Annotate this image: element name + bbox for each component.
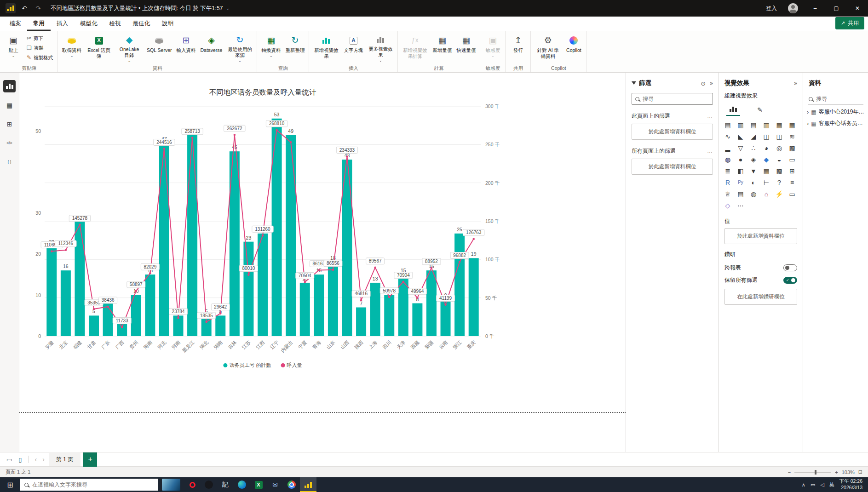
ribbon-button-enter-data[interactable]: ⊞輸入資料: [175, 33, 198, 64]
ribbon-button-text-box[interactable]: A文字方塊: [342, 33, 365, 64]
line-chart-icon[interactable]: ∿: [721, 131, 734, 142]
drillthrough-drop-area[interactable]: 在此處新增鑽研欄位: [724, 289, 797, 305]
get-more-visuals-icon[interactable]: ⋯: [734, 200, 747, 211]
ribbon-button-get-data[interactable]: 取得資料⌄: [60, 33, 83, 64]
sign-in-button[interactable]: 登入: [761, 5, 782, 12]
more-options-icon[interactable]: …: [707, 113, 713, 120]
zoom-in-icon[interactable]: +: [835, 469, 838, 475]
ribbon-button-refresh[interactable]: ↻重新整理: [283, 33, 306, 64]
ribbon-button-dataverse[interactable]: ◈Dataverse: [199, 33, 224, 64]
fit-to-page-icon[interactable]: ⊡: [858, 469, 862, 475]
shape-map-icon[interactable]: ◈: [747, 154, 760, 165]
power-apps-icon[interactable]: ⌂: [760, 188, 773, 200]
slicer-icon[interactable]: ▼: [747, 165, 760, 177]
ribbon-button-more-visuals[interactable]: 更多視覺效果⌄: [366, 33, 395, 64]
new-slicer-icon[interactable]: ⊞: [786, 165, 799, 177]
ribbon-button-recent-sources[interactable]: ↻最近使用的來源⌄: [225, 33, 254, 64]
line-and-clustered-column-chart-icon[interactable]: ◫: [773, 131, 786, 142]
ribbon-tab-home[interactable]: 常用: [27, 17, 51, 31]
pie-chart-icon[interactable]: ◕: [760, 142, 773, 154]
keep-all-filters-toggle[interactable]: ✓: [783, 277, 797, 284]
ribbon-button-onelake-catalog[interactable]: ◆OneLake 目錄⌄: [115, 33, 144, 64]
treemap-icon[interactable]: ▩: [786, 142, 799, 154]
gauge-icon[interactable]: ◒: [773, 154, 786, 165]
data-view-icon[interactable]: ▦: [3, 99, 16, 111]
matrix-icon[interactable]: ▩: [773, 165, 786, 177]
ribbon-tab-optimize[interactable]: 最佳化: [127, 17, 156, 31]
arcgis-map-icon[interactable]: ◍: [747, 188, 760, 200]
smart-narrative-icon[interactable]: ≡: [786, 177, 799, 188]
donut-chart-icon[interactable]: ◎: [773, 142, 786, 154]
cross-report-toggle[interactable]: [783, 264, 797, 271]
mail-icon[interactable]: ✉: [267, 477, 283, 492]
ribbon-button-paste[interactable]: ▣貼上⌄: [3, 33, 23, 64]
ribbon-button-cut[interactable]: ✂剪下: [24, 34, 55, 43]
chrome-icon[interactable]: [283, 477, 300, 492]
combo-chart-visual[interactable]: 0 千50 千100 千150 千200 千250 千300 千01020305…: [25, 76, 517, 379]
stacked-column-chart-icon[interactable]: ▥: [734, 119, 747, 131]
report-view-icon[interactable]: [3, 80, 16, 92]
ribbon-button-copilot[interactable]: Copilot: [563, 33, 584, 64]
paginated-report-icon[interactable]: ▤: [734, 188, 747, 200]
share-button[interactable]: ↗ 共用: [835, 17, 864, 29]
ribbon-button-new-visual[interactable]: 新增視覺效果: [311, 33, 341, 64]
stacked-area-chart-icon[interactable]: ◢: [747, 131, 760, 142]
minimize-button[interactable]: –: [805, 0, 826, 17]
undo-icon[interactable]: ↶: [17, 2, 31, 14]
ribbon-button-excel-workbook[interactable]: XExcel 活頁簿: [84, 33, 114, 64]
tmdl-view-icon[interactable]: { }: [3, 155, 16, 168]
build-visual-tab[interactable]: [726, 103, 740, 116]
excel-icon[interactable]: X: [250, 477, 267, 492]
all-pages-filter-drop-area[interactable]: 於此處新增資料欄位: [632, 159, 713, 175]
tray-chevron-up-icon[interactable]: ∧: [802, 482, 805, 488]
next-page-icon[interactable]: ›: [41, 456, 46, 463]
more-options-icon[interactable]: …: [707, 148, 713, 154]
stacked-bar-chart-icon[interactable]: ▤: [721, 119, 734, 131]
edge-icon[interactable]: [234, 477, 250, 492]
notes-app-icon[interactable]: 記: [217, 477, 234, 492]
ribbon-tab-view[interactable]: 檢視: [103, 17, 127, 31]
collapse-visualizations-icon[interactable]: »: [794, 80, 797, 86]
ribbon-button-transform-data[interactable]: ▦轉換資料⌄: [259, 33, 282, 64]
close-button[interactable]: ✕: [847, 0, 868, 17]
page-tab-1[interactable]: 第 1 页: [49, 453, 80, 466]
waterfall-chart-icon[interactable]: ▂: [721, 142, 734, 154]
ribbon-button-sql-server[interactable]: SQL Server: [145, 33, 173, 64]
dark-app-icon[interactable]: [201, 477, 217, 492]
data-table-item[interactable]: › ▦ 客服中心2019年呼…: [803, 104, 868, 116]
values-drop-area[interactable]: 於此處新增資料欄位: [724, 228, 797, 244]
page-filter-drop-area[interactable]: 於此處新增資料欄位: [632, 124, 713, 140]
chevron-down-icon[interactable]: ⌄: [226, 6, 230, 11]
clustered-column-chart-icon[interactable]: ▥: [760, 119, 773, 131]
chevron-right-icon[interactable]: ›: [807, 109, 809, 115]
taskbar-search-input[interactable]: [32, 481, 154, 488]
desktop-layout-icon[interactable]: ▭: [5, 456, 14, 463]
qa-visual-icon[interactable]: ?: [773, 177, 786, 188]
line-and-stacked-column-chart-icon[interactable]: ◫: [760, 131, 773, 142]
key-influencers-icon[interactable]: ◐: [747, 177, 760, 188]
tray-display-icon[interactable]: ▭: [811, 482, 815, 488]
ribbon-button-quick-measure[interactable]: ▦快速量值: [454, 33, 477, 64]
ribbon-tab-help[interactable]: 說明: [156, 17, 179, 31]
custom-visual-icon[interactable]: ◇: [721, 200, 734, 211]
eye-icon[interactable]: ⊙: [701, 80, 706, 87]
opera-icon[interactable]: [184, 477, 201, 492]
data-table-item[interactable]: › ▦ 客服中心话务员…: [803, 116, 868, 127]
card-icon[interactable]: ▭: [786, 154, 799, 165]
ribbon-button-copy[interactable]: ❏複製: [24, 44, 55, 52]
python-visual-icon[interactable]: Py: [734, 177, 747, 188]
multi-row-card-icon[interactable]: ≣: [721, 165, 734, 177]
weather-widget-thumbnail[interactable]: [162, 479, 180, 491]
scatter-chart-icon[interactable]: ∴: [747, 142, 760, 154]
taskbar-clock[interactable]: 下午 02:26 2026/3/13: [839, 478, 862, 491]
report-canvas[interactable]: 0 千50 千100 千150 千200 千250 千300 千01020305…: [19, 73, 626, 452]
azure-map-icon[interactable]: ◆: [760, 154, 773, 165]
kpi-icon[interactable]: ◧: [734, 165, 747, 177]
redo-icon[interactable]: ↷: [31, 2, 45, 14]
ribbon-tab-insert[interactable]: 插入: [51, 17, 74, 31]
zoom-out-icon[interactable]: −: [788, 469, 791, 475]
ribbon-tab-file[interactable]: 檔案: [4, 17, 27, 31]
filled-map-icon[interactable]: ●: [734, 154, 747, 165]
avatar[interactable]: [788, 3, 798, 13]
data-search-input[interactable]: [816, 96, 862, 102]
